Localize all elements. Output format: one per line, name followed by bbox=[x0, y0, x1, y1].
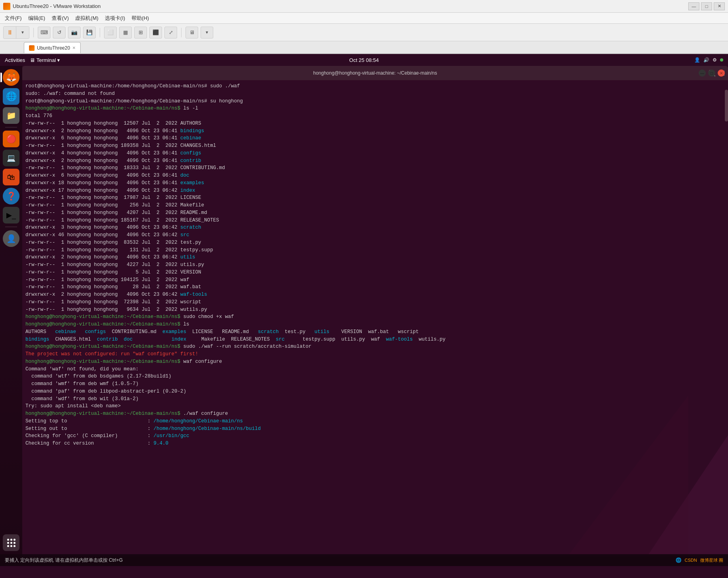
terminal-line: -rw-rw-r-- 1 honghong honghong 72398 Jul… bbox=[25, 299, 725, 306]
system-settings-icon[interactable]: ⚙ bbox=[713, 57, 717, 63]
terminal-line: AUTHORS cebinae configs CONTRIBUTING.md … bbox=[25, 328, 725, 336]
terminal-window-controls: — □ ✕ bbox=[699, 69, 725, 77]
layout-btn4[interactable]: ⬛ bbox=[149, 27, 162, 39]
menu-help[interactable]: 帮助(H) bbox=[128, 13, 152, 23]
terminal-line: honghong@honghong-virtual-machine:~/Cebi… bbox=[25, 358, 725, 366]
menu-tabs[interactable]: 选项卡(I) bbox=[102, 13, 128, 23]
restore-button[interactable]: □ bbox=[701, 2, 712, 10]
terminal-line: drwxrwxr-x 3 honghong honghong 4096 Oct … bbox=[25, 224, 725, 231]
menu-vm[interactable]: 虚拟机(M) bbox=[72, 13, 102, 23]
vm-tab-label: UbuntuThree20 bbox=[37, 45, 70, 51]
terminal-line: honghong@honghong-virtual-machine:~/Cebi… bbox=[25, 321, 725, 328]
menu-edit[interactable]: 编辑(E) bbox=[25, 13, 48, 23]
dock-help[interactable]: ❓ bbox=[3, 188, 19, 204]
dock-software-center[interactable]: 🛍 bbox=[3, 169, 19, 185]
dock-item-4[interactable]: 🔴 bbox=[3, 131, 19, 147]
display-settings-button[interactable]: 🖥 bbox=[185, 27, 198, 39]
terminal-line: root@honghong-virtual-machine:/home/hong… bbox=[25, 83, 725, 90]
dock-item-2[interactable]: 🌐 bbox=[3, 88, 19, 105]
dock-firefox[interactable]: 🦊 bbox=[3, 69, 19, 86]
terminal-line: drwxrwxr-x 2 honghong honghong 4096 Oct … bbox=[25, 127, 725, 135]
power-button[interactable]: ↺ bbox=[53, 27, 66, 39]
pause-button[interactable]: ⏸ bbox=[4, 27, 16, 39]
terminal-line: drwxrwxr-x 6 honghong honghong 4096 Oct … bbox=[25, 172, 725, 179]
terminal-line: command 'wdf' from deb wit (3.01a-2) bbox=[25, 395, 725, 403]
terminal-line: -rw-rw-r-- 1 honghong honghong 189358 Ju… bbox=[25, 142, 725, 150]
menu-view[interactable]: 查看(V) bbox=[48, 13, 72, 23]
terminal-content[interactable]: root@honghong-virtual-machine:/home/hong… bbox=[22, 80, 728, 557]
terminal-line: drwxrwxr-x 46 honghong honghong 4096 Oct… bbox=[25, 231, 725, 239]
terminal-line: -rw-rw-r-- 1 honghong honghong 4227 Jul … bbox=[25, 261, 725, 269]
terminal-menu-label[interactable]: 🖥 Terminal ▾ bbox=[30, 57, 60, 63]
toolbar-separator-2 bbox=[100, 28, 100, 37]
terminal-line: honghong@honghong-virtual-machine:~/Cebi… bbox=[25, 410, 725, 418]
network-status-icon[interactable]: 👤 bbox=[694, 57, 700, 63]
close-button[interactable]: ✕ bbox=[714, 2, 725, 10]
layout-btn3[interactable]: ⊞ bbox=[134, 27, 147, 39]
terminal-titlebar: honghong@honghong-virtual-machine: ~/Ceb… bbox=[22, 66, 728, 80]
layout-btn1[interactable]: ⬜ bbox=[104, 27, 117, 39]
vm-tab-ubuntuthree20[interactable]: UbuntuThree20 ✕ bbox=[24, 42, 81, 53]
terminal-line: -rw-rw-r-- 1 honghong honghong 12507 Jul… bbox=[25, 120, 725, 127]
terminal-line: -rw-rw-r-- 1 honghong honghong 4207 Jul … bbox=[25, 209, 725, 217]
topbar-right: 👤 🔊 ⚙ bbox=[694, 57, 723, 63]
dock-separator-2 bbox=[5, 227, 17, 227]
terminal-line: honghong@honghong-virtual-machine:~/Cebi… bbox=[25, 105, 725, 112]
dock-terminal[interactable]: 💻 bbox=[3, 150, 19, 166]
terminal-line: -rw-rw-r-- 1 honghong honghong 18333 Jul… bbox=[25, 164, 725, 172]
vm-tab-close-button[interactable]: ✕ bbox=[72, 46, 75, 50]
dock-person[interactable]: 👤 bbox=[3, 230, 19, 247]
playback-controls: ⏸ ▼ bbox=[3, 26, 29, 39]
layout-btn2[interactable]: ▦ bbox=[119, 27, 132, 39]
minimize-button[interactable]: — bbox=[688, 2, 699, 10]
ubuntu-bottombar: 要捕入 定向到该虚拟机 请在虚拟机内部单击或按 Ctrl+G 🌐 CSDN 微博… bbox=[0, 554, 728, 566]
activities-button[interactable]: Activities bbox=[5, 57, 25, 63]
scrollbar-thumb[interactable] bbox=[725, 90, 728, 121]
topbar-left: Activities 🖥 Terminal ▾ bbox=[5, 57, 60, 63]
weibo-tray-icon: 微博星球 圈 bbox=[700, 557, 723, 563]
terminal-minimize[interactable]: — bbox=[699, 69, 706, 77]
terminal-line: drwxrwxr-x 6 honghong honghong 4096 Oct … bbox=[25, 135, 725, 142]
terminal-line: Setting out to : /home/honghong/Cebinae-… bbox=[25, 425, 725, 433]
dock-files[interactable]: 📁 bbox=[3, 107, 19, 124]
terminal-window: honghong@honghong-virtual-machine: ~/Ceb… bbox=[22, 66, 728, 566]
vmware-toolbar: ⏸ ▼ ⌨ ↺ 📷 💾 ⬜ ▦ ⊞ ⬛ ⤢ 🖥 ▼ bbox=[0, 24, 728, 41]
bottombar-right-icons: 🌐 CSDN 微博星球 圈 bbox=[676, 557, 723, 563]
terminal-line: -rw-rw-r-- 1 honghong honghong 5 Jul 2 2… bbox=[25, 269, 725, 276]
vmware-titlebar: UbuntuThree20 - VMware Workstation — □ ✕ bbox=[0, 0, 728, 13]
ubuntu-desktop: Activities 🖥 Terminal ▾ Oct 25 08:54 👤 🔊… bbox=[0, 54, 728, 566]
terminal-line: command 'paf' from deb libpod-abstract-p… bbox=[25, 388, 725, 395]
terminal-line: drwxrwxr-x 2 honghong honghong 4096 Oct … bbox=[25, 157, 725, 165]
csdn-tray-icon: CSDN bbox=[685, 558, 697, 563]
terminal-line: sudo: ./waf: command not found bbox=[25, 90, 725, 98]
vm-tabs: UbuntuThree20 ✕ bbox=[0, 41, 728, 54]
display-dropdown[interactable]: ▼ bbox=[201, 27, 213, 39]
snapshot-button[interactable]: 📷 bbox=[68, 27, 81, 39]
ubuntu-dock: 🦊 🌐 📁 🔴 💻 🛍 ❓ ▶_ 👤 bbox=[0, 66, 22, 554]
dock-terminal-active[interactable]: ▶_ bbox=[3, 207, 19, 223]
send-ctrl-alt-del-button[interactable]: ⌨ bbox=[38, 27, 50, 39]
pause-dropdown[interactable]: ▼ bbox=[16, 27, 29, 39]
terminal-line: Checking for cc version : 9.4.0 bbox=[25, 440, 725, 447]
terminal-line: -rw-rw-r-- 1 honghong honghong 9634 Jul … bbox=[25, 306, 725, 314]
dock-separator-1 bbox=[5, 127, 17, 127]
terminal-line: -rw-rw-r-- 1 honghong honghong 28 Jul 2 … bbox=[25, 283, 725, 291]
network-tray-icon: 🌐 bbox=[676, 557, 682, 563]
terminal-line: The project was not configured: run "waf… bbox=[25, 351, 725, 358]
terminal-line: drwxrwxr-x 18 honghong honghong 4096 Oct… bbox=[25, 179, 725, 187]
fullscreen-button[interactable]: ⤢ bbox=[164, 27, 177, 39]
vmware-menubar: 文件(F) 编辑(E) 查看(V) 虚拟机(M) 选项卡(I) 帮助(H) bbox=[0, 13, 728, 24]
terminal-maximize[interactable]: □ bbox=[708, 69, 715, 77]
terminal-line: drwxrwxr-x 2 honghong honghong 4096 Oct … bbox=[25, 291, 725, 299]
terminal-close[interactable]: ✕ bbox=[718, 69, 725, 77]
terminal-line: honghong@honghong-virtual-machine:~/Cebi… bbox=[25, 313, 725, 321]
terminal-line: -rw-rw-r-- 1 honghong honghong 185167 Ju… bbox=[25, 217, 725, 224]
suspend-button[interactable]: 💾 bbox=[83, 27, 96, 39]
topbar-datetime: Oct 25 08:54 bbox=[349, 57, 378, 63]
dock-apps-button[interactable] bbox=[3, 534, 19, 551]
volume-icon[interactable]: 🔊 bbox=[703, 57, 709, 63]
terminal-line: Try: sudo apt install <deb name> bbox=[25, 403, 725, 410]
vmware-title: UbuntuThree20 - VMware Workstation bbox=[13, 3, 688, 9]
menu-file[interactable]: 文件(F) bbox=[2, 13, 25, 23]
terminal-line: command 'wtf' from deb bsdgames (2.17-28… bbox=[25, 373, 725, 380]
